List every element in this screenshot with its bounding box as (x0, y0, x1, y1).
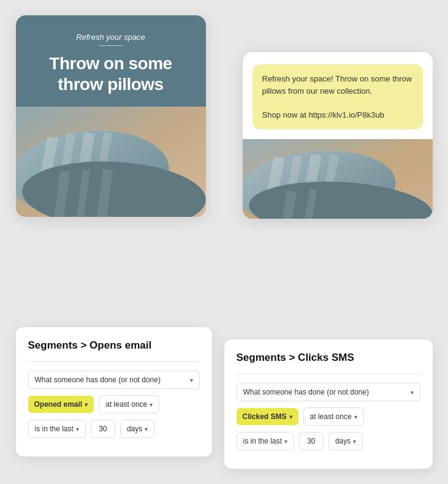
email-header: Refresh your space Throw on some throw p… (16, 15, 206, 107)
segment-sms-action-row: Clicked SMS ▾ at least once ▾ (237, 407, 420, 426)
segment-sms-frequency-dropdown[interactable]: at least once ▾ (303, 407, 364, 426)
segment-sms-number[interactable]: 30 (299, 432, 324, 450)
chevron-down-icon-2: ▾ (150, 401, 153, 408)
segment-email-frequency-label: at least once (105, 400, 147, 409)
segment-sms-action-tag[interactable]: Clicked SMS ▾ (237, 408, 298, 425)
segment-sms-unit-label: days (335, 437, 351, 445)
segment-sms-condition-dropdown[interactable]: What someone has done (or not done) ▾ (237, 383, 420, 401)
segment-sms-time-row: is in the last ▾ 30 days ▾ (237, 432, 420, 450)
svg-line-7 (59, 171, 65, 217)
segment-sms-frequency-label: at least once (310, 412, 352, 421)
svg-line-17 (286, 191, 292, 219)
segment-email-time-dropdown[interactable]: is in the last ▾ (28, 420, 86, 438)
svg-line-9 (102, 170, 108, 217)
email-divider (99, 45, 123, 46)
segment-email-action-tag[interactable]: Opened email ▾ (28, 396, 94, 413)
segment-sms-unit-dropdown[interactable]: days ▾ (328, 432, 363, 450)
chevron-down-icon-3: ▾ (76, 426, 79, 433)
segment-email-number[interactable]: 30 (91, 420, 115, 438)
segment-sms-title: Segments > Clicks SMS (237, 352, 420, 364)
email-title: Throw on some throw pillows (31, 53, 191, 94)
segment-email-divider (28, 361, 200, 362)
sms-bubble: Refresh your space! Throw on some throw … (252, 64, 423, 129)
segment-email-time-row: is in the last ▾ 30 days ▾ (28, 420, 200, 438)
chevron-down-icon-5: ▾ (411, 389, 414, 396)
email-image (16, 107, 206, 217)
sms-bubble-link: Shop now at https://klv1.io/P8k3ub (262, 110, 384, 119)
segment-email-condition-label: What someone has done (or not done) (35, 376, 161, 384)
segment-sms-action-label: Clicked SMS (243, 412, 287, 421)
segment-email-unit-dropdown[interactable]: days ▾ (120, 420, 154, 438)
chevron-down-icon-8: ▾ (353, 438, 356, 445)
tag-chevron-icon-2: ▾ (289, 414, 292, 420)
sms-promo-card: Refresh your space! Throw on some throw … (243, 52, 433, 219)
segment-email-condition-dropdown[interactable]: What someone has done (or not done) ▾ (28, 371, 200, 389)
segment-sms-time-label: is in the last (243, 437, 282, 445)
segment-email-unit-label: days (127, 425, 142, 433)
sms-bubble-area: Refresh your space! Throw on some throw … (243, 52, 433, 129)
tag-chevron-icon: ▾ (85, 401, 88, 408)
segment-sms-card: Segments > Clicks SMS What someone has d… (224, 339, 433, 469)
segment-email-action-label: Opened email (34, 400, 83, 409)
segment-email-frequency-dropdown[interactable]: at least once ▾ (99, 395, 159, 414)
segment-sms-time-dropdown[interactable]: is in the last ▾ (237, 432, 294, 450)
email-tagline: Refresh your space (31, 32, 191, 42)
segment-email-card: Segments > Opens email What someone has … (16, 327, 212, 456)
segment-email-action-row: Opened email ▾ at least once ▾ (28, 395, 200, 414)
sms-bubble-text: Refresh your space! Throw on some throw … (262, 74, 412, 96)
segment-sms-condition-row: What someone has done (or not done) ▾ (237, 383, 420, 401)
segment-sms-divider (237, 374, 420, 374)
segment-email-time-label: is in the last (35, 425, 74, 433)
chevron-down-icon-4: ▾ (145, 426, 148, 433)
segment-email-title: Segments > Opens email (28, 339, 200, 352)
chevron-down-icon-6: ▾ (354, 414, 357, 420)
chevron-down-icon-7: ▾ (284, 438, 287, 445)
chevron-down-icon: ▾ (190, 377, 193, 384)
sms-image (243, 139, 433, 219)
segment-email-condition-row: What someone has done (or not done) ▾ (28, 371, 200, 389)
segment-sms-condition-label: What someone has done (or not done) (243, 388, 369, 396)
email-promo-card: Refresh your space Throw on some throw p… (16, 15, 206, 217)
